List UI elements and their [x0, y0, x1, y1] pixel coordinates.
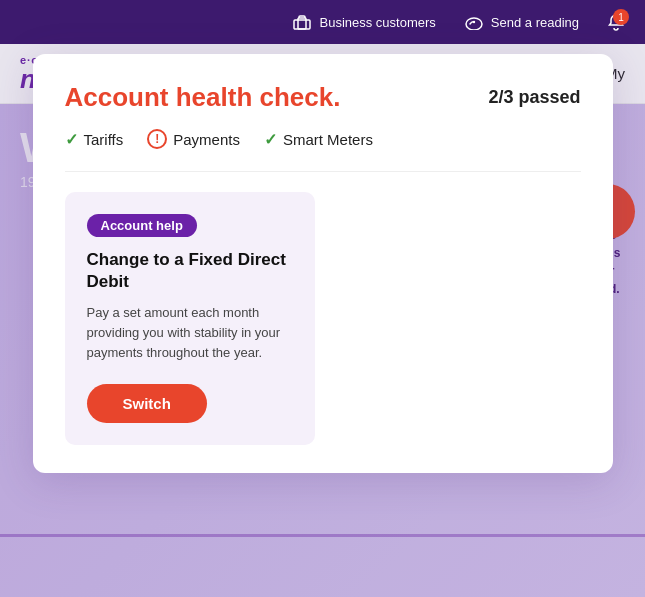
briefcase-icon: [292, 12, 312, 32]
passed-count: 2/3 passed: [488, 87, 580, 108]
switch-button[interactable]: Switch: [87, 384, 207, 423]
check-smart-meters: ✓ Smart Meters: [264, 130, 373, 149]
modal-divider: [65, 171, 581, 172]
modal-title: Account health check.: [65, 82, 341, 113]
meter-icon: [464, 12, 484, 32]
send-reading-link[interactable]: Send a reading: [464, 12, 579, 32]
card-badge: Account help: [87, 214, 197, 237]
top-bar: Business customers Send a reading 1: [0, 0, 645, 44]
check-payments-icon: !: [147, 129, 167, 149]
svg-point-2: [466, 18, 482, 30]
health-check-modal: Account health check. 2/3 passed ✓ Tarif…: [33, 54, 613, 473]
check-tariffs-label: Tariffs: [84, 131, 124, 148]
send-reading-label: Send a reading: [491, 15, 579, 30]
notification-badge: 1: [613, 9, 629, 25]
check-smart-meters-icon: ✓: [264, 130, 277, 149]
card-title: Change to a Fixed Direct Debit: [87, 249, 293, 293]
modal-overlay: Account health check. 2/3 passed ✓ Tarif…: [0, 44, 645, 597]
check-tariffs-icon: ✓: [65, 130, 78, 149]
check-payments: ! Payments: [147, 129, 240, 149]
business-customers-label: Business customers: [319, 15, 435, 30]
svg-rect-1: [294, 20, 310, 29]
check-tariffs: ✓ Tariffs: [65, 130, 124, 149]
modal-header: Account health check. 2/3 passed: [65, 82, 581, 113]
check-smart-meters-label: Smart Meters: [283, 131, 373, 148]
card-description: Pay a set amount each month providing yo…: [87, 303, 293, 363]
notification-link[interactable]: 1: [607, 13, 625, 31]
svg-point-3: [473, 21, 475, 23]
checks-row: ✓ Tariffs ! Payments ✓ Smart Meters: [65, 129, 581, 149]
check-payments-label: Payments: [173, 131, 240, 148]
business-customers-link[interactable]: Business customers: [292, 12, 435, 32]
account-help-card: Account help Change to a Fixed Direct De…: [65, 192, 315, 445]
bell-wrapper: 1: [607, 13, 625, 31]
